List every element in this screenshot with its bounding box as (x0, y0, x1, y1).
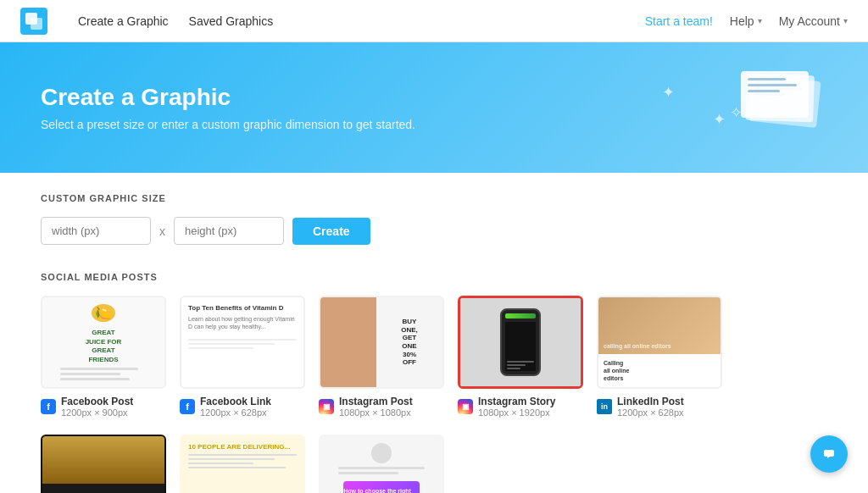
create-button[interactable]: Create (292, 218, 370, 245)
card-info-instagram-story: ▣ Instagram Story 1080px × 1920px (458, 396, 583, 418)
card-row2-item1[interactable]: 25% off allweekend orders (41, 435, 166, 493)
card-size-facebook-post: 1200px × 900px (61, 407, 133, 418)
instagram-post-icon: ▣ (319, 399, 334, 414)
card-size-instagram-post: 1080px × 1080px (339, 407, 413, 418)
card-label-linkedin-post: LinkedIn Post (617, 396, 684, 407)
social-media-cards-row2: 25% off allweekend orders 10 PEOPLE ARE … (41, 435, 827, 493)
card-instagram-post[interactable]: BUYONE,GETONE30%OFF ▣ Instagram Post 108… (319, 296, 444, 418)
navbar-left: Create a Graphic Saved Graphics (20, 8, 645, 35)
card-thumb-row2-item1: 25% off allweekend orders (41, 435, 166, 493)
app-logo (20, 8, 47, 35)
card-row2-item2[interactable]: 10 PEOPLE ARE DELIVERING... (180, 435, 305, 493)
card-thumb-instagram-post: BUYONE,GETONE30%OFF (319, 296, 444, 389)
custom-size-form: x Create (41, 217, 827, 245)
card-label-facebook-post: Facebook Post (61, 396, 133, 407)
height-input[interactable] (174, 217, 284, 245)
main-content: CUSTOM GRAPHIC SIZE x Create SOCIAL MEDI… (0, 173, 868, 493)
linkedin-icon: in (597, 399, 612, 414)
social-posts-title: SOCIAL MEDIA POSTS (41, 272, 827, 282)
card-facebook-post[interactable]: 🍋 GREATJUICE FORGREATFRIENDS f Facebook … (41, 296, 166, 418)
card-facebook-link[interactable]: Top Ten Benefits of Vitamin D Learn abou… (180, 296, 305, 418)
card-size-instagram-story: 1080px × 1920px (478, 407, 555, 418)
card-info-facebook-link: f Facebook Link 1200px × 628px (180, 396, 305, 418)
hero-subtitle: Select a preset size or enter a custom g… (41, 118, 415, 131)
svg-rect-2 (31, 18, 42, 30)
card-size-facebook-link: 1200px × 628px (200, 407, 271, 418)
card-label-instagram-post: Instagram Post (339, 396, 413, 407)
custom-size-title: CUSTOM GRAPHIC SIZE (41, 193, 827, 203)
chat-fab-button[interactable] (810, 435, 848, 473)
card-label-facebook-link: Facebook Link (200, 396, 271, 407)
card-size-linkedin-post: 1200px × 628px (617, 407, 684, 418)
x-separator: x (159, 224, 165, 238)
help-menu[interactable]: Help ▾ (730, 14, 762, 28)
hero-banner: Create a Graphic Select a preset size or… (0, 42, 868, 173)
fb1-fruit-icon: 🍋 (92, 304, 115, 322)
card-thumb-row2-item3: How to choose the right plan (319, 435, 444, 493)
card-info-instagram-post: ▣ Instagram Post 1080px × 1080px (319, 396, 444, 418)
instagram-story-icon: ▣ (458, 399, 473, 414)
start-team-link[interactable]: Start a team! (645, 14, 713, 28)
hero-title: Create a Graphic (41, 84, 415, 111)
card-thumb-instagram-story (458, 296, 583, 389)
hero-text: Create a Graphic Select a preset size or… (41, 84, 415, 131)
navbar-right: Start a team! Help ▾ My Account ▾ (645, 14, 848, 28)
facebook-icon: f (41, 399, 56, 414)
nav-create-graphic[interactable]: Create a Graphic (78, 14, 169, 28)
card-thumb-linkedin-post: calling all online editors Callingall on… (597, 296, 722, 389)
card-label-instagram-story: Instagram Story (478, 396, 555, 407)
chat-icon (820, 445, 838, 463)
sparkle-icon-2: ✦ (713, 110, 726, 129)
card-instagram-story[interactable]: ▣ Instagram Story 1080px × 1920px (458, 296, 583, 418)
navbar: Create a Graphic Saved Graphics Start a … (0, 0, 868, 42)
facebook-link-icon: f (180, 399, 195, 414)
social-media-cards-row1: 🍋 GREATJUICE FORGREATFRIENDS f Facebook … (41, 296, 827, 428)
help-chevron-icon: ▾ (758, 16, 762, 25)
card-row2-item3[interactable]: How to choose the right plan (319, 435, 444, 493)
card-info-facebook-post: f Facebook Post 1200px × 900px (41, 396, 166, 418)
card-thumb-facebook-link: Top Ten Benefits of Vitamin D Learn abou… (180, 296, 305, 389)
width-input[interactable] (41, 217, 151, 245)
hero-illustration: ✦ ✦ ✧ (692, 69, 827, 146)
card-thumb-facebook-post: 🍋 GREATJUICE FORGREATFRIENDS (41, 296, 166, 389)
account-menu[interactable]: My Account ▾ (779, 14, 848, 28)
nav-saved-graphics[interactable]: Saved Graphics (189, 14, 274, 28)
account-chevron-icon: ▾ (843, 16, 848, 25)
story-phone-mockup (500, 308, 541, 376)
card-thumb-row2-item2: 10 PEOPLE ARE DELIVERING... (180, 435, 305, 493)
card-info-linkedin-post: in LinkedIn Post 1200px × 628px (597, 396, 722, 418)
sparkle-icon-1: ✦ (662, 83, 675, 102)
card-linkedin-post[interactable]: calling all online editors Callingall on… (597, 296, 722, 418)
